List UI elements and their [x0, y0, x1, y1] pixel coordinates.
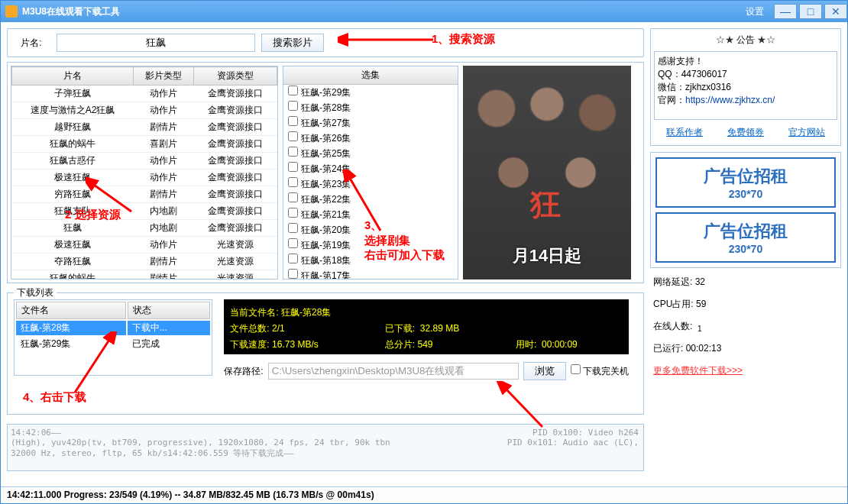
- stat-cpu: CPU占用: 59: [650, 296, 841, 312]
- episode-item[interactable]: 狂飙-第24集: [283, 161, 458, 176]
- settings-link[interactable]: 设置: [746, 5, 764, 18]
- close-button[interactable]: ✕: [824, 4, 847, 19]
- table-row[interactable]: 子弹狂飙动作片金鹰资源接口: [12, 86, 277, 102]
- episode-item[interactable]: 狂飙-第28集: [283, 100, 458, 115]
- download-header[interactable]: 状态: [128, 302, 210, 319]
- download-row[interactable]: 狂飙-第28集下载中...: [16, 321, 210, 335]
- notice-body: 感谢支持！ QQ：447306017 微信：zjkhzx0316 官网：http…: [654, 51, 837, 120]
- titlebar: M3U8在线观看下载工具 设置 — □ ✕: [1, 1, 847, 22]
- svg-line-4: [504, 387, 542, 427]
- results-panel: 片名影片类型资源类型子弹狂飙动作片金鹰资源接口速度与激情之A2狂飙动作片金鹰资源…: [7, 62, 644, 283]
- table-row[interactable]: 狂飙古惑仔动作片金鹰资源接口: [12, 153, 277, 170]
- notice-panel: ☆★ 公告 ★☆ 感谢支持！ QQ：447306017 微信：zjkhzx031…: [650, 28, 841, 146]
- shutdown-checkbox-label[interactable]: 下载完关机: [571, 364, 629, 378]
- poster-logo: 狂: [530, 183, 561, 225]
- table-row[interactable]: 狂飙支队内地剧金鹰资源接口: [12, 203, 277, 220]
- annotation-1: 1、搜索资源: [432, 32, 495, 47]
- episode-item[interactable]: 狂飙-第25集: [283, 146, 458, 161]
- episodes-header: 选集: [283, 66, 458, 85]
- table-row[interactable]: 夺路狂飙剧情片光速资源: [12, 254, 277, 270]
- table-row[interactable]: 狂飙内地剧金鹰资源接口: [12, 220, 277, 237]
- ad-slot-1[interactable]: 广告位招租 230*70: [655, 157, 836, 208]
- episode-item[interactable]: 狂飙-第26集: [283, 131, 458, 146]
- episode-checkbox[interactable]: [288, 223, 298, 233]
- annotation-3: 3、 选择剧集 右击可加入下载: [364, 218, 445, 263]
- download-info: 当前文件名: 狂飙-第28集 文件总数: 2/1已下载: 32.89 MB 下载…: [224, 299, 629, 354]
- episode-item[interactable]: 狂飙-第29集: [283, 85, 458, 100]
- table-row[interactable]: 极速狂飙动作片金鹰资源接口: [12, 170, 277, 186]
- official-url-link[interactable]: https://www.zjkhzx.cn/: [685, 95, 775, 105]
- download-row[interactable]: 狂飙-第29集已完成: [16, 337, 210, 351]
- poster-date: 月14日起: [463, 244, 631, 267]
- episode-checkbox[interactable]: [288, 162, 298, 172]
- episode-checkbox[interactable]: [288, 254, 298, 263]
- results-header[interactable]: 片名: [12, 67, 134, 86]
- contact-author-link[interactable]: 联系作者: [666, 126, 703, 139]
- download-group-label: 下载列表: [14, 286, 57, 299]
- free-coupon-link[interactable]: 免费领券: [727, 126, 764, 139]
- episode-checkbox[interactable]: [288, 177, 298, 187]
- episode-checkbox[interactable]: [288, 86, 298, 95]
- stat-runtime: 已运行: 00:02:13: [650, 341, 841, 357]
- annotation-2: 2 选择资源: [65, 208, 121, 222]
- episode-checkbox[interactable]: [288, 238, 298, 248]
- official-site-link[interactable]: 官方网站: [788, 126, 825, 139]
- log-box: 14:42:06—— (High), yuv420p(tv, bt709, pr…: [7, 424, 644, 471]
- annotation-4: 4、右击下载: [23, 390, 86, 405]
- download-header[interactable]: 文件名: [16, 302, 126, 319]
- episode-checkbox[interactable]: [288, 208, 298, 218]
- table-row[interactable]: 越野狂飙剧情片金鹰资源接口: [12, 119, 277, 136]
- notice-title: ☆★ 公告 ★☆: [654, 32, 837, 48]
- episode-checkbox[interactable]: [288, 192, 298, 202]
- results-header[interactable]: 资源类型: [194, 67, 277, 86]
- table-row[interactable]: 极速狂飙动作片光速资源: [12, 237, 277, 254]
- ad-slot-2[interactable]: 广告位招租 230*70: [655, 212, 836, 263]
- episode-item[interactable]: 狂飙-第17集: [283, 268, 458, 279]
- table-row[interactable]: 狂飙的蜗牛喜剧片金鹰资源接口: [12, 136, 277, 153]
- film-name-label: 片名:: [12, 37, 50, 50]
- download-group: 下载列表 文件名状态狂飙-第28集下载中...狂飙-第29集已完成 当前文件名:…: [7, 292, 644, 415]
- episode-checkbox[interactable]: [288, 116, 298, 126]
- browse-button[interactable]: 浏览: [523, 362, 566, 380]
- table-row[interactable]: 穷路狂飙剧情片金鹰资源接口: [12, 186, 277, 203]
- results-table-box[interactable]: 片名影片类型资源类型子弹狂飙动作片金鹰资源接口速度与激情之A2狂飙动作片金鹰资源…: [11, 66, 278, 279]
- results-header[interactable]: 影片类型: [134, 67, 194, 86]
- poster-image: 狂 月14日起: [463, 66, 631, 279]
- film-name-input[interactable]: [57, 34, 255, 52]
- window-title: M3U8在线观看下载工具: [22, 5, 746, 18]
- episode-checkbox[interactable]: [288, 147, 298, 157]
- download-list[interactable]: 文件名状态狂飙-第28集下载中...狂飙-第29集已完成: [14, 299, 212, 376]
- save-path-input[interactable]: [268, 363, 519, 380]
- search-button[interactable]: 搜索影片: [261, 34, 324, 52]
- table-row[interactable]: 速度与激情之A2狂飙动作片金鹰资源接口: [12, 102, 277, 119]
- more-software-link[interactable]: 更多免费软件下载>>>: [653, 365, 743, 376]
- maximize-button[interactable]: □: [799, 4, 822, 19]
- episode-item[interactable]: 狂飙-第27集: [283, 115, 458, 131]
- stat-online: 在线人数: 1: [650, 318, 841, 334]
- table-row[interactable]: 狂飙的蜗牛剧情片光速资源: [12, 270, 277, 280]
- episode-checkbox[interactable]: [288, 101, 298, 111]
- episode-checkbox[interactable]: [288, 131, 298, 141]
- app-icon: [5, 5, 18, 18]
- shutdown-checkbox[interactable]: [571, 364, 581, 374]
- episode-item[interactable]: 狂飙-第22集: [283, 192, 458, 207]
- save-path-label: 保存路径:: [224, 365, 263, 378]
- statusbar: 14:42:11.000 Progress: 23/549 (4.19%) --…: [1, 486, 847, 503]
- stat-delay: 网络延迟: 32: [650, 274, 841, 290]
- search-panel: 片名: 搜索影片 1、搜索资源: [7, 28, 644, 57]
- episode-item[interactable]: 狂飙-第23集: [283, 176, 458, 192]
- episode-checkbox[interactable]: [288, 269, 298, 279]
- minimize-button[interactable]: —: [774, 4, 797, 19]
